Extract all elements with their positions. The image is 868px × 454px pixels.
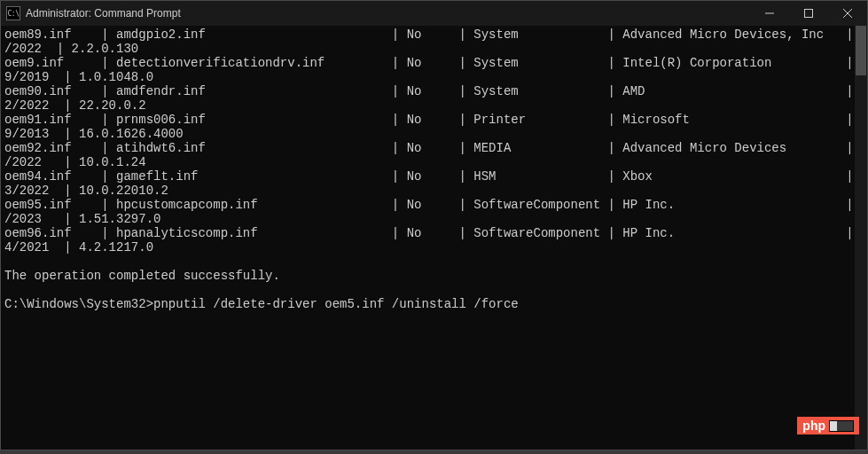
- terminal-output[interactable]: oem89.inf | amdgpio2.inf | No | System |…: [1, 26, 867, 450]
- php-watermark: php: [797, 417, 859, 434]
- titlebar[interactable]: C:\ Administrator: Command Prompt: [1, 1, 867, 26]
- watermark-text: php: [802, 419, 825, 433]
- window-controls: [750, 1, 867, 26]
- close-icon: [843, 9, 852, 18]
- minimize-icon: [765, 9, 774, 18]
- watermark-box-icon: [829, 420, 854, 432]
- maximize-icon: [804, 9, 813, 18]
- command-prompt-window: C:\ Administrator: Command Prompt oem89.…: [0, 0, 868, 450]
- maximize-button[interactable]: [789, 1, 828, 26]
- window-title: Administrator: Command Prompt: [26, 7, 181, 20]
- close-button[interactable]: [828, 1, 867, 26]
- minimize-button[interactable]: [750, 1, 789, 26]
- scrollbar-track[interactable]: [855, 26, 867, 450]
- scrollbar-thumb[interactable]: [856, 26, 866, 75]
- cmd-icon: C:\: [6, 6, 20, 20]
- text-cursor: [519, 299, 526, 311]
- svg-rect-1: [805, 10, 813, 18]
